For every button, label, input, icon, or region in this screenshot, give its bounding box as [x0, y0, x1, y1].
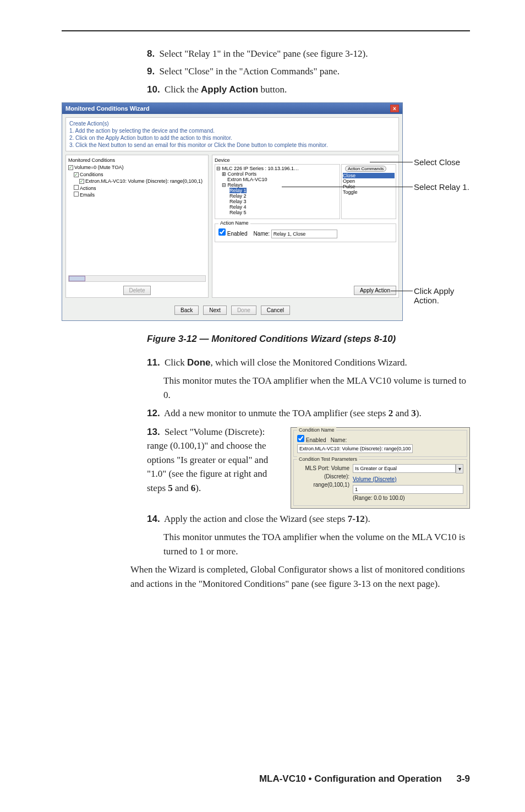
tree-item[interactable]: Control Ports [228, 171, 257, 177]
action-commands-label: Action Commands [345, 166, 386, 172]
apply-action-button[interactable]: Apply Action [354, 286, 396, 295]
action-name-group: Action Name Enabled Name: [215, 224, 396, 242]
next-button[interactable]: Next [203, 306, 227, 315]
wizard-title: Monitored Conditions Wizard [65, 105, 150, 112]
name-label: Name: [254, 231, 270, 237]
annotation-apply: Click Apply Action. [414, 286, 470, 305]
enabled-checkbox[interactable]: Enabled [218, 231, 247, 237]
delete-button[interactable]: Delete [123, 286, 151, 295]
step-text: ). [416, 408, 422, 418]
step-10: 10. Click the Apply Action button. [147, 83, 470, 97]
annotation-line [370, 162, 413, 162]
checkbox-icon[interactable] [74, 172, 79, 177]
panel-label: Monitored Conditions [68, 157, 206, 163]
group-label: Action Name [218, 220, 250, 226]
cancel-button[interactable]: Cancel [261, 306, 290, 315]
condition-test-group: Condition Test Parameters MLS Port: Volu… [293, 459, 467, 506]
step-text: button. [258, 84, 287, 95]
wizard-button-row: Back Next Done Cancel [62, 301, 402, 320]
step-14-sub: This monitor unmutes the TOA amplifier w… [163, 530, 470, 558]
step-text: and [393, 408, 411, 418]
tree-item[interactable]: Actions [80, 186, 96, 191]
step-text: Click [165, 357, 187, 368]
group-label: Condition Test Parameters [297, 456, 359, 464]
tree-item[interactable]: Relay 5 [229, 210, 247, 215]
condition-name-input[interactable] [297, 444, 413, 453]
action-toggle[interactable]: Toggle [343, 189, 395, 195]
step-text: Add a new monitor to unmute the TOA ampl… [164, 408, 389, 418]
annotation-relay1: Select Relay 1. [414, 182, 469, 192]
step-bold: 2 [389, 408, 393, 418]
step-num: 11. [147, 357, 160, 368]
step-text: Apply the action and close the Wizard (s… [164, 514, 348, 524]
step-8: 8. Select "Relay 1" in the "Device" pane… [147, 47, 470, 61]
enabled-checkbox[interactable]: Enabled [297, 437, 326, 443]
page-footer: MLA-VC10 • Configuration and Operation 3… [259, 773, 470, 784]
tree-item[interactable]: Conditions [80, 172, 103, 177]
monitored-conditions-panel: Monitored Conditions Volume=0 (Mute TOA)… [65, 155, 209, 298]
device-tree[interactable]: ⊟ MLC 226 IP Series : 10.13.196.1… ⊞ Con… [215, 164, 340, 219]
tree-item[interactable]: MLC 226 IP Series : 10.13.196.1… [222, 166, 299, 171]
tree-item-relay1[interactable]: Relay 1 [229, 188, 247, 193]
back-button[interactable]: Back [174, 306, 199, 315]
tree-item[interactable]: Extron.MLA-VC10: Volume (Discrete): rang… [85, 178, 203, 184]
top-rule [62, 30, 470, 31]
done-button[interactable]: Done [231, 306, 256, 315]
condition-name-group: Condition Name Enabled Name: [293, 430, 467, 457]
step-num: 14. [147, 514, 160, 524]
step-num: 13. [147, 427, 160, 437]
enabled-input[interactable] [297, 435, 304, 442]
step-num: 9. [147, 66, 155, 77]
step-9: 9. Select "Close" in the "Action Command… [147, 64, 470, 79]
enabled-label: Enabled [227, 231, 248, 237]
step-num: 8. [147, 48, 155, 59]
create-heading: Create Action(s) [69, 120, 395, 127]
wizard-titlebar: Monitored Conditions Wizard × [62, 103, 402, 114]
action-commands-list[interactable]: Action Commands Close Open Pulse Toggle [341, 164, 396, 219]
step-14: 14. Apply the action and close the Wizar… [147, 512, 470, 526]
step-text: and [173, 483, 191, 493]
step-text: ). [365, 514, 370, 524]
step-num: 12. [147, 408, 160, 418]
step-bold: Apply Action [201, 84, 258, 95]
volume-link[interactable]: Volume (Discrete) [353, 475, 463, 483]
enabled-input[interactable] [218, 228, 226, 236]
checkbox-icon[interactable] [79, 179, 84, 184]
tree-item[interactable]: Relay 3 [229, 199, 247, 204]
action-open[interactable]: Open [343, 178, 395, 184]
conditions-tree[interactable]: Volume=0 (Mute TOA) Conditions Extron.ML… [68, 164, 206, 199]
tree-item[interactable]: Relay 4 [229, 204, 247, 210]
condition-side-figure: Condition Name Enabled Name: Condition T… [291, 427, 470, 509]
action-close[interactable]: Close [343, 173, 395, 178]
checkbox-icon[interactable] [74, 192, 79, 197]
closing-paragraph: When the Wizard is completed, Global Con… [130, 563, 470, 591]
footer-title: MLA-VC10 • Configuration and Operation [259, 773, 442, 784]
checkbox-icon[interactable] [68, 165, 73, 170]
scrollbar[interactable] [68, 275, 206, 282]
value-input[interactable] [353, 485, 463, 494]
device-panel: Device ⊟ MLC 226 IP Series : 10.13.196.1… [212, 155, 399, 298]
tree-item[interactable]: Extron MLA-VC10 [227, 177, 267, 182]
mls-label: MLS Port: Volume (Discrete): range(0,100… [297, 464, 349, 502]
tree-item[interactable]: Volume=0 (Mute TOA) [74, 165, 123, 170]
range-label: (Range: 0.0 to 100.0) [353, 494, 463, 502]
tree-item[interactable]: Relays [228, 182, 243, 188]
step-bold: Done [187, 357, 211, 368]
step-text: Select "Close" in the "Action Commands" … [159, 66, 340, 77]
tree-item[interactable]: Emails [80, 192, 95, 198]
name-input[interactable] [271, 230, 337, 238]
name-label: Name: [331, 437, 347, 443]
step-12: 12. Add a new monitor to unmute the TOA … [147, 406, 470, 421]
steps-top-list: 8. Select "Relay 1" in the "Device" pane… [147, 47, 470, 97]
annotation-close: Select Close [414, 157, 460, 167]
dropdown-icon[interactable]: ▾ [456, 464, 463, 473]
step-bold: 5 [168, 483, 173, 493]
wizard-create-panel: Create Action(s) 1. Add the action by se… [65, 117, 399, 151]
checkbox-icon[interactable] [74, 185, 79, 190]
step-text: , which will close the Monitored Conditi… [210, 357, 407, 368]
step-bold: 3 [411, 408, 416, 418]
operator-select[interactable] [353, 464, 456, 473]
tree-item[interactable]: Relay 2 [229, 193, 247, 199]
scrollbar-thumb[interactable] [69, 276, 85, 281]
close-icon[interactable]: × [390, 105, 399, 112]
